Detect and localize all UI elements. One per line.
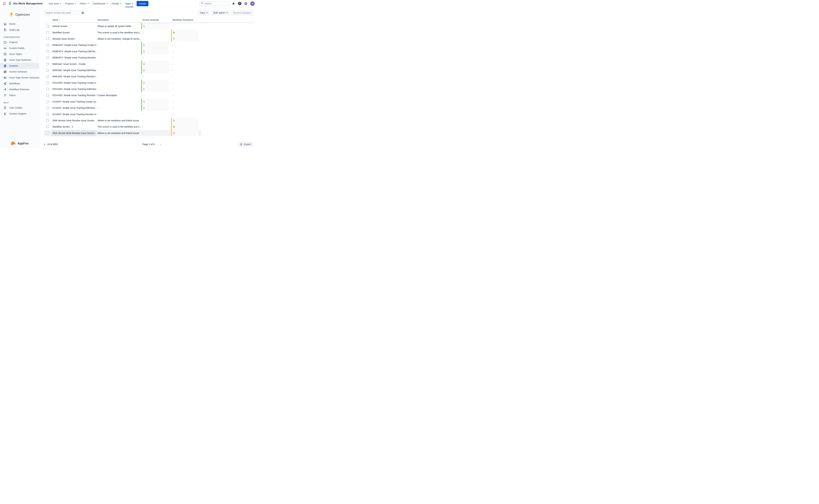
row-checkbox[interactable] [46,119,49,122]
screens-search-input[interactable] [46,11,82,14]
row-checkbox[interactable] [46,63,49,65]
pagination: ← Page 1 of 6 → [135,143,162,146]
sidebar-item-workflows[interactable]: Workflows [0,81,39,86]
row-name[interactable]: JIRA Service Desk Resolve Issue Screen [52,119,94,122]
sidebar-item-user-guides[interactable]: User Guides [0,105,39,111]
table-row[interactable]: POVURO: Simple Issue Tracking Edit/View.… [44,86,201,92]
row-checkbox[interactable] [46,113,49,116]
row-name[interactable]: KUVAST: Simple Issue Tracking Resolve Is… [52,113,96,116]
row-name[interactable]: Workflow Screen [52,31,70,34]
create-button[interactable]: Create [137,1,148,6]
table-row[interactable]: WARJAD: Simple Issue Tracking Resolve I.… [44,73,201,80]
row-name[interactable]: KUVAST: Simple Issue Tracking Edit/View … [52,107,96,109]
bulk-action-button[interactable]: Bulk action [211,10,230,15]
screens-search[interactable]: ✕ [44,10,85,15]
row-name[interactable]: Resolve Issue Screen [52,37,75,40]
table-row[interactable]: Resolve Issue Screen Allows to set resol… [44,36,201,42]
table-row[interactable]: KUVAST: Simple Issue Tracking Resolve Is… [44,111,201,117]
row-checkbox[interactable] [46,31,49,34]
table-row[interactable]: KUVAST: Simple Issue Tracking Edit/View … [44,105,201,111]
nav-item-filters[interactable]: Filters [78,0,91,7]
table-row[interactable]: Default Screen Allows to update all syst… [44,23,201,29]
app-switcher-icon[interactable] [2,1,7,6]
row-name[interactable]: Default Screen [52,25,68,28]
jira-brand[interactable]: Jira Work Management [8,1,43,6]
row-name[interactable]: WARJAD: Simple Issue Tracking Resolve I.… [52,75,96,78]
sort-icon[interactable] [59,19,60,21]
row-checkbox-cell [44,105,51,111]
table-row[interactable]: WARJAD: Issue Screen - Create - 1 - [44,61,201,67]
row-screen-schemes: 1 [141,67,169,73]
table-row[interactable]: REBDATV: Simple Issue Tracking Edit/Vie.… [44,48,201,55]
row-name[interactable]: REBDATV: Simple Issue Tracking Create Is… [52,44,96,46]
sidebar-item-contact-support[interactable]: Contact Support [0,111,39,117]
row-checkbox[interactable] [46,132,49,134]
table-row[interactable]: JIRA Service Desk Resolve Issue Screen -… [44,130,201,136]
row-checkbox[interactable] [46,37,49,40]
row-checkbox[interactable] [46,82,49,84]
table-row[interactable]: WARJAD: Simple Issue Tracking Edit/View.… [44,67,201,73]
row-name[interactable]: Workflow Screen - 2 [52,125,73,128]
row-workflow-transitions: - [171,94,173,97]
table-row[interactable]: JIRA Service Desk Resolve Issue Screen A… [44,117,201,124]
row-checkbox[interactable] [46,125,49,128]
sidebar-item-audit-log[interactable]: Audit Log [0,27,39,33]
sidebar-item-screen-schemes[interactable]: Screen Schemes [0,69,39,75]
nav-item-people[interactable]: People [110,0,123,7]
sidebar-item-issue-type-schemes[interactable]: Issue Type Schemes [0,57,39,63]
row-checkbox[interactable] [46,69,49,72]
gear-icon[interactable] [244,2,247,5]
nav-item-apps[interactable]: Apps [123,0,135,7]
row-name[interactable]: WARJAD: Issue Screen - Create [52,63,86,65]
sidebar-item-projects[interactable]: Projects [0,39,39,45]
header-workflow-transitions: Workflow Transitions [171,19,201,21]
row-checkbox[interactable] [46,56,49,59]
row-name[interactable]: KUVAST: Simple Issue Tracking Create Iss… [52,100,96,103]
row-description: This screen is used in the workflow and … [97,125,141,128]
table-row[interactable]: POVURO: Simple Issue Tracking Resolve I.… [44,92,201,98]
row-checkbox[interactable] [46,75,49,78]
global-search[interactable] [199,1,229,6]
row-name[interactable]: REBDATV: Simple Issue Tracking Resolve I… [52,56,96,59]
row-name[interactable]: POVURO: Simple Issue Tracking Resolve I.… [52,94,96,97]
nav-item-your-work[interactable]: Your work [47,0,63,7]
sidebar-item-issue-type-screen-schemes[interactable]: Issue Type Screen Schemes [0,75,39,81]
global-search-input[interactable] [204,2,227,5]
row-checkbox[interactable] [46,44,49,46]
row-checkbox[interactable] [46,50,49,53]
sidebar-item-home[interactable]: Home [0,21,39,27]
sidebar-item-issue-types[interactable]: Issue Types [0,51,39,57]
sidebar-item-custom-fields[interactable]: Aa Custom Fields [0,45,39,51]
table-row[interactable]: Workflow Screen - 2 This screen is used … [44,124,201,130]
row-name[interactable]: REBDATV: Simple Issue Tracking Edit/Vie.… [52,50,96,53]
sidebar-item-workflow-schemes[interactable]: Workflow Schemes [0,86,39,92]
help-icon[interactable]: ? [238,2,241,5]
previous-page-icon[interactable]: ← [135,143,138,146]
row-checkbox[interactable] [46,94,49,97]
row-name[interactable]: WARJAD: Simple Issue Tracking Edit/View.… [52,69,96,72]
table-row[interactable]: Workflow Screen This screen is used in t… [44,29,201,36]
nav-item-projects[interactable]: Projects [63,0,78,7]
user-avatar[interactable]: JR [250,1,254,6]
next-page-icon[interactable]: → [159,143,162,146]
row-name[interactable]: JIRA Service Desk Resolve Issue Screen -… [52,132,96,134]
export-button[interactable]: Export [237,142,253,147]
row-checkbox[interactable] [46,107,49,109]
view-button[interactable]: View [197,10,210,15]
announcements-icon[interactable] [232,2,235,5]
table-row[interactable]: KUVAST: Simple Issue Tracking Create Iss… [44,99,201,105]
header-name[interactable]: Name [51,19,96,21]
nav-item-dashboards[interactable]: Dashboards [91,0,110,7]
sidebar-item-filters[interactable]: Filters [0,92,39,98]
review-changes-button[interactable]: Review changes [231,10,253,15]
table-row[interactable]: REBDATV: Simple Issue Tracking Resolve I… [44,55,201,61]
table-row[interactable]: REBDATV: Simple Issue Tracking Create Is… [44,42,201,48]
table-row[interactable]: POVURO: Simple Issue Tracking Create Is.… [44,80,201,86]
clear-search-icon[interactable]: ✕ [82,12,84,14]
row-checkbox[interactable] [46,25,49,28]
row-checkbox[interactable] [46,88,49,90]
row-name[interactable]: POVURO: Simple Issue Tracking Edit/View.… [52,88,96,90]
row-name[interactable]: POVURO: Simple Issue Tracking Create Is.… [52,82,96,84]
sidebar-item-screens[interactable]: Screens [0,63,39,69]
row-checkbox[interactable] [46,100,49,103]
